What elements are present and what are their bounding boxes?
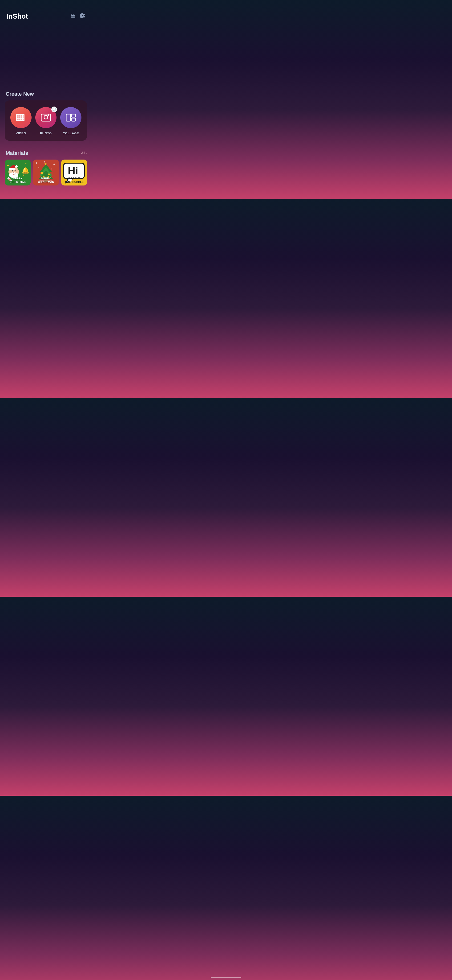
svg-point-9 [48, 114, 49, 116]
svg-rect-11 [71, 114, 76, 117]
materials-header: Materials All › [5, 150, 87, 156]
video-icon [16, 113, 26, 122]
svg-point-26 [36, 162, 37, 164]
header: InShot [0, 0, 92, 25]
svg-point-22 [14, 170, 16, 172]
create-video-item[interactable]: VIDEO [8, 107, 33, 135]
app-title: InShot [6, 12, 28, 20]
material-card-christmas-green[interactable]: ✦ ✦ ✦ ✦ [5, 159, 31, 186]
svg-text:Hi: Hi [68, 165, 78, 176]
material-card-doodle[interactable]: Hi DOODLETEXT BUBBLE [61, 159, 87, 186]
svg-point-27 [54, 164, 55, 165]
doodle-content: Hi DOODLETEXT BUBBLE [61, 159, 87, 186]
svg-rect-18 [9, 168, 15, 170]
crown-icon[interactable] [70, 13, 76, 19]
svg-point-36 [41, 172, 43, 174]
create-photo-item[interactable]: 🕐 PHOTO [33, 107, 59, 135]
svg-rect-12 [71, 118, 76, 121]
create-new-section: Create New VIDEO 🕐 [0, 91, 92, 145]
material-label-christmas1: MERRYCHRISTMAS [5, 177, 31, 184]
svg-point-28 [38, 167, 39, 168]
svg-text:✦: ✦ [6, 164, 10, 167]
photo-circle: 🕐 [35, 107, 57, 128]
svg-point-19 [15, 165, 17, 167]
hero-spacer [0, 25, 92, 91]
photo-icon [41, 113, 51, 122]
svg-text:★: ★ [44, 162, 47, 166]
video-circle [10, 107, 32, 128]
materials-title: Materials [5, 150, 28, 156]
create-collage-item[interactable]: COLLAGE [59, 107, 83, 135]
settings-icon[interactable] [80, 13, 85, 19]
photo-label: PHOTO [40, 132, 52, 135]
svg-point-37 [48, 173, 50, 175]
bottom-spacer [0, 186, 92, 195]
svg-text:✦: ✦ [25, 162, 27, 165]
material-card-christmas-red[interactable]: ★ MERRYCHRISTMAS [33, 159, 59, 186]
materials-section: Materials All › ✦ ✦ ✦ ✦ [0, 145, 92, 186]
svg-point-21 [12, 170, 13, 172]
all-materials-link[interactable]: All › [81, 151, 87, 155]
collage-circle [60, 107, 81, 128]
svg-point-29 [51, 169, 52, 169]
svg-text:🔔: 🔔 [22, 167, 29, 174]
header-icons [70, 13, 85, 19]
christmas-green-content: ✦ ✦ ✦ ✦ [5, 159, 31, 186]
christmas-red-content: ★ MERRYCHRISTMAS [33, 159, 59, 186]
collage-label: COLLAGE [63, 132, 79, 135]
material-label-doodle: DOODLETEXT BUBBLE [61, 177, 87, 184]
video-label: VIDEO [16, 132, 26, 135]
material-label-christmas2: MERRYCHRISTMAS [33, 177, 59, 184]
svg-rect-10 [66, 114, 70, 121]
create-new-card: VIDEO 🕐 PHOTO COL [5, 100, 87, 141]
photo-badge: 🕐 [51, 107, 57, 112]
create-new-title: Create New [5, 91, 87, 97]
svg-text:✦: ✦ [22, 174, 24, 177]
svg-point-23 [13, 172, 14, 173]
svg-point-8 [44, 115, 48, 119]
materials-grid: ✦ ✦ ✦ ✦ [5, 159, 87, 186]
collage-icon [65, 113, 76, 122]
